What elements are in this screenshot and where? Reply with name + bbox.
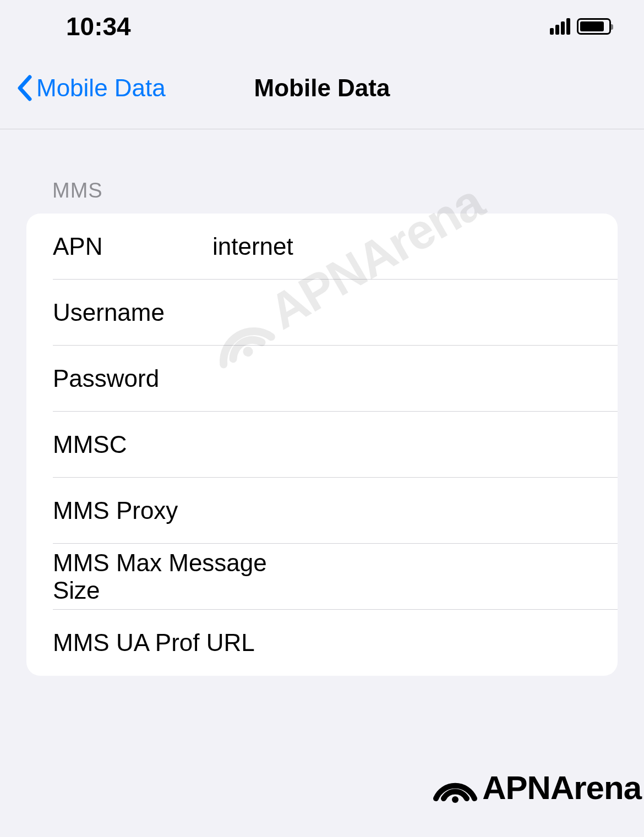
settings-group-mms: APN Username Password MMSC MMS Proxy MMS… [26, 214, 618, 676]
watermark-text: APNArena [482, 769, 641, 807]
battery-icon [577, 18, 611, 35]
cellular-signal-icon [550, 18, 570, 35]
mms-max-size-field[interactable] [289, 563, 618, 590]
section-header-mms: MMS [0, 129, 644, 214]
wifi-icon [430, 768, 480, 807]
mmsc-field[interactable] [212, 431, 618, 458]
password-label: Password [53, 365, 212, 392]
status-icons [550, 18, 611, 35]
status-time: 10:34 [66, 12, 131, 41]
row-mms-proxy[interactable]: MMS Proxy [26, 478, 618, 544]
row-username[interactable]: Username [26, 280, 618, 346]
apn-field[interactable] [212, 233, 618, 260]
mms-max-size-label: MMS Max Message Size [53, 549, 289, 604]
username-field[interactable] [212, 299, 618, 326]
mms-ua-prof-label: MMS UA Prof URL [53, 629, 255, 657]
svg-point-1 [452, 796, 459, 803]
row-password[interactable]: Password [26, 346, 618, 412]
mms-proxy-label: MMS Proxy [53, 497, 212, 524]
row-apn[interactable]: APN [26, 214, 618, 280]
mms-proxy-field[interactable] [212, 497, 618, 524]
apn-label: APN [53, 233, 212, 260]
back-button[interactable]: Mobile Data [17, 74, 166, 102]
back-label: Mobile Data [36, 74, 166, 102]
navigation-bar: Mobile Data Mobile Data [0, 52, 644, 129]
chevron-left-icon [17, 75, 32, 101]
password-field[interactable] [212, 365, 618, 392]
page-title: Mobile Data [254, 74, 390, 102]
watermark-logo: APNArena [430, 768, 641, 807]
row-mmsc[interactable]: MMSC [26, 412, 618, 478]
row-mms-ua-prof-url[interactable]: MMS UA Prof URL [26, 610, 618, 676]
status-bar: 10:34 [0, 0, 644, 52]
mms-ua-prof-field[interactable] [255, 629, 618, 657]
mmsc-label: MMSC [53, 431, 212, 458]
row-mms-max-message-size[interactable]: MMS Max Message Size [26, 544, 618, 610]
username-label: Username [53, 299, 212, 326]
